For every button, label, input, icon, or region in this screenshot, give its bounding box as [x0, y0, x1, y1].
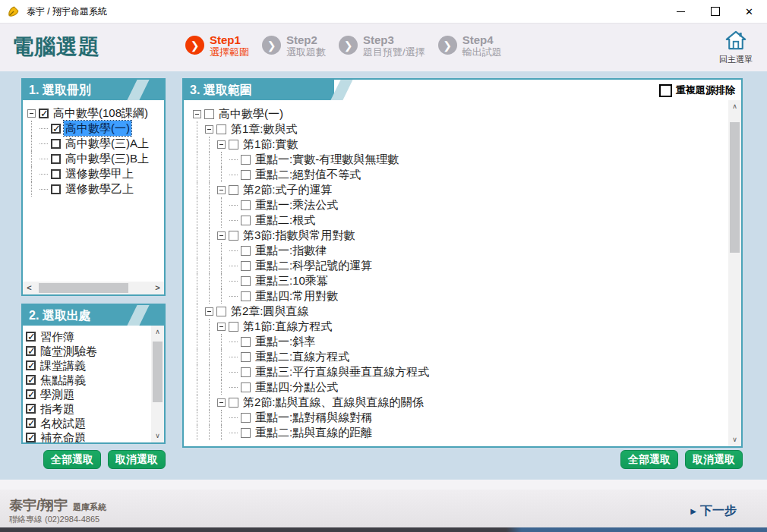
scroll-left-button[interactable]: <	[23, 282, 36, 294]
checkbox[interactable]	[241, 352, 251, 362]
scroll-up-button[interactable]: ∧	[728, 100, 741, 113]
maximize-button[interactable]	[698, 0, 732, 23]
checkbox[interactable]	[216, 124, 226, 134]
tree-item[interactable]: 第1章:數與式	[193, 121, 741, 137]
tree-item[interactable]: 重點二:絕對值不等式	[193, 167, 741, 182]
checkbox[interactable]	[229, 398, 238, 408]
tree-item[interactable]: 重點一:斜率	[193, 334, 741, 349]
step-step4[interactable]: ❯Step4輸出試題	[438, 33, 502, 58]
checkbox[interactable]	[241, 413, 251, 423]
tree-item[interactable]: 第1節:直線方程式	[193, 319, 741, 334]
vertical-scrollbar[interactable]: ∧ ∨	[728, 100, 741, 446]
checkbox[interactable]	[26, 433, 36, 442]
checkbox[interactable]	[229, 140, 238, 150]
tree-item[interactable]: 重點一:實數-有理數與無理數	[193, 152, 741, 167]
source-list-item[interactable]: 補充命題	[23, 430, 164, 442]
checkbox[interactable]	[229, 322, 238, 332]
tree-item[interactable]: 高中數學(108課綱)	[27, 105, 164, 121]
checkbox[interactable]	[204, 109, 214, 119]
next-step-button[interactable]: ▶ 下一步	[690, 503, 737, 519]
checkbox[interactable]	[26, 360, 36, 370]
tree-item[interactable]: 第2節:式子的運算	[193, 182, 741, 197]
tree-item[interactable]: 高中數學(三)A上	[27, 136, 164, 151]
tree-item[interactable]: 高中數學(三)B上	[27, 151, 164, 166]
scroll-down-button[interactable]: ∨	[728, 433, 741, 446]
checkbox[interactable]	[241, 216, 251, 225]
collapse-toggle-icon[interactable]	[217, 186, 226, 194]
source-list-item[interactable]: 學測題	[23, 387, 164, 401]
checkbox[interactable]	[241, 246, 251, 256]
checkbox[interactable]	[51, 154, 61, 164]
checkbox[interactable]	[241, 291, 251, 301]
checkbox[interactable]	[241, 367, 251, 377]
minimize-button[interactable]	[664, 0, 698, 23]
tree-item[interactable]: 重點一:指數律	[193, 243, 741, 258]
scrollbar-thumb[interactable]	[39, 283, 128, 293]
collapse-toggle-icon[interactable]	[217, 231, 226, 240]
collapse-toggle-icon[interactable]	[217, 323, 226, 331]
source-list-item[interactable]: 習作簿	[23, 329, 164, 344]
collapse-toggle-icon[interactable]	[193, 110, 201, 118]
source-list-item[interactable]: 名校試題	[23, 416, 164, 430]
tree-item[interactable]: 第3節:指數與常用對數	[193, 228, 741, 243]
checkbox[interactable]	[241, 276, 251, 286]
collapse-toggle-icon[interactable]	[205, 307, 213, 316]
tree-item[interactable]: 重點二:科學記號的運算	[193, 258, 741, 273]
checkbox[interactable]	[659, 84, 672, 97]
checkbox[interactable]	[26, 418, 36, 428]
scrollbar-thumb[interactable]	[153, 342, 163, 402]
select-all-button[interactable]: 全部選取	[620, 450, 678, 469]
tree-item[interactable]: 重點三:10乘冪	[193, 273, 741, 288]
scrollbar-thumb[interactable]	[730, 122, 740, 253]
checkbox[interactable]	[26, 375, 36, 385]
vertical-scrollbar[interactable]: ∧ ∨	[151, 326, 164, 442]
collapse-toggle-icon[interactable]	[27, 109, 36, 118]
tree-item[interactable]: 第1節:實數	[193, 137, 741, 152]
horizontal-scrollbar[interactable]: < >	[23, 282, 164, 294]
checkbox[interactable]	[51, 124, 61, 134]
source-list-item[interactable]: 課堂講義	[23, 358, 164, 373]
collapse-toggle-icon[interactable]	[217, 140, 226, 149]
tree-item[interactable]: 重點一:點對稱與線對稱	[193, 410, 741, 425]
source-list-item[interactable]: 隨堂測驗卷	[23, 344, 164, 358]
scroll-up-button[interactable]: ∧	[151, 326, 164, 338]
checkbox[interactable]	[216, 307, 226, 316]
tree-item[interactable]: 選修數學乙上	[27, 181, 164, 197]
checkbox[interactable]	[241, 200, 251, 210]
checkbox[interactable]	[51, 139, 61, 149]
source-list-item[interactable]: 指考題	[23, 401, 164, 416]
dedupe-checkbox[interactable]: 重複題源排除	[659, 83, 735, 97]
step-step1[interactable]: ❯Step1選擇範圍	[185, 33, 249, 58]
source-list-item[interactable]: 焦點講義	[23, 373, 164, 387]
scroll-down-button[interactable]: ∨	[151, 430, 164, 442]
checkbox[interactable]	[39, 109, 49, 118]
tree-item[interactable]: 選修數學甲上	[27, 166, 164, 181]
tree-item[interactable]: 重點二:直線方程式	[193, 349, 741, 364]
scroll-right-button[interactable]: >	[151, 282, 164, 294]
tree-item[interactable]: 重點二:根式	[193, 212, 741, 228]
tree-item[interactable]: 高中數學(一)	[27, 121, 164, 136]
checkbox[interactable]	[26, 389, 36, 399]
collapse-toggle-icon[interactable]	[217, 398, 226, 407]
tree-item[interactable]: 高中數學(一)	[193, 106, 741, 121]
close-button[interactable]	[732, 0, 766, 23]
checkbox[interactable]	[241, 337, 251, 347]
checkbox[interactable]	[51, 184, 61, 194]
tree-item[interactable]: 重點二:點與直線的距離	[193, 425, 741, 440]
collapse-toggle-icon[interactable]	[205, 125, 213, 134]
checkbox[interactable]	[241, 261, 251, 271]
checkbox[interactable]	[229, 185, 238, 195]
home-button[interactable]: 回主選單	[712, 30, 759, 65]
tree-item[interactable]: 重點一:乘法公式	[193, 197, 741, 212]
checkbox[interactable]	[229, 231, 238, 241]
step-step2[interactable]: ❯Step2選取題數	[262, 33, 326, 58]
step-step3[interactable]: ❯Step3題目預覽/選擇	[339, 33, 425, 58]
tree-item[interactable]: 重點四:常用對數	[193, 288, 741, 304]
checkbox[interactable]	[51, 169, 61, 179]
tree-item[interactable]: 第2章:圓與直線	[193, 304, 741, 319]
tree-item[interactable]: 重點四:分點公式	[193, 379, 741, 395]
checkbox[interactable]	[26, 332, 36, 342]
checkbox[interactable]	[26, 346, 36, 356]
deselect-all-button[interactable]: 取消選取	[108, 450, 166, 469]
checkbox[interactable]	[241, 428, 251, 438]
